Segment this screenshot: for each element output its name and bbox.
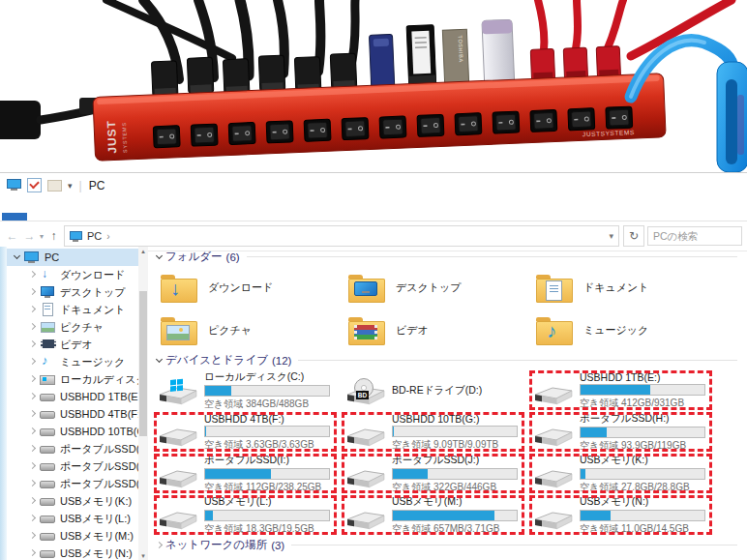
chevron-icon[interactable] bbox=[27, 530, 39, 542]
back-icon[interactable]: ← bbox=[5, 229, 19, 243]
sidebar-item[interactable]: USBHDD 4TB(F:) bbox=[7, 405, 148, 423]
free-space-label: 空き領域 3.63GB/3.63GB bbox=[204, 438, 330, 452]
forward-icon[interactable]: → bbox=[22, 229, 37, 243]
chevron-icon[interactable] bbox=[27, 269, 39, 280]
sidebar-item[interactable]: USBHDD 10TB(G:) bbox=[7, 423, 148, 440]
chevron-icon[interactable] bbox=[27, 373, 39, 385]
folder-icon bbox=[161, 279, 197, 303]
capacity-bar bbox=[392, 468, 518, 480]
sidebar-item-label: ローカルディスク(C:) bbox=[60, 372, 148, 387]
folder-tile[interactable]: ミュージック bbox=[529, 309, 717, 351]
sidebar-item[interactable]: PC bbox=[7, 249, 148, 266]
chevron-icon[interactable] bbox=[154, 355, 165, 367]
sidebar-item[interactable]: ミュージック bbox=[7, 353, 148, 370]
chevron-icon[interactable] bbox=[27, 495, 39, 507]
drive-grid: ローカルディスク(C:) 空き領域 384GB/488GB bbox=[154, 369, 747, 536]
group-header-network[interactable]: ネットワークの場所 (3) bbox=[154, 538, 737, 552]
drive-info: USBメモリ(K:) 空き領域 27.8GB/28.8GB bbox=[580, 454, 705, 494]
drive-tile[interactable]: ポータブルSSD(H:) 空き領域 93.9GB/119GB bbox=[529, 411, 717, 453]
drive-tile[interactable]: USBメモリ(M:) 空き領域 657MB/3.71GB bbox=[342, 494, 529, 536]
download-icon bbox=[166, 280, 190, 301]
sidebar-item-label: ポータブルSSD(H:) bbox=[60, 442, 148, 457]
chevron-icon[interactable] bbox=[154, 540, 165, 551]
drive-tile[interactable]: USBHDD 4TB(F:) 空き領域 3.63GB/3.63GB bbox=[154, 411, 342, 453]
quick-access-caret-icon[interactable]: ▾ bbox=[68, 181, 73, 191]
folder-tile[interactable]: ダウンロード bbox=[154, 266, 342, 309]
drive-tile[interactable]: USBメモリ(K:) 空き領域 27.8GB/28.8GB bbox=[529, 453, 717, 494]
capacity-bar-fill bbox=[205, 511, 213, 520]
chevron-icon[interactable] bbox=[27, 426, 39, 437]
folder-tile[interactable]: デスクトップ bbox=[342, 266, 529, 309]
sidebar-item[interactable]: ポータブルSSD(I:) bbox=[7, 457, 148, 475]
address-field[interactable]: PC › ▾ bbox=[64, 225, 619, 247]
folder-tile[interactable]: ピクチャ bbox=[154, 309, 342, 351]
ribbon-tab[interactable] bbox=[52, 213, 77, 221]
chevron-icon[interactable] bbox=[27, 321, 39, 333]
scrollbar-thumb[interactable] bbox=[139, 291, 147, 436]
breadcrumb[interactable]: PC bbox=[87, 230, 102, 242]
sidebar-item[interactable]: ポータブルSSD(H:) bbox=[7, 440, 148, 457]
search-input[interactable] bbox=[647, 226, 742, 246]
hub-brand: JUST bbox=[105, 120, 119, 154]
group-header-devices[interactable]: デバイスとドライブ (12) bbox=[154, 353, 737, 368]
chevron-icon[interactable] bbox=[27, 339, 39, 350]
folder-tile[interactable]: ドキュメント bbox=[529, 266, 717, 309]
drive-tile[interactable]: BD BD-REドライブ(D:) bbox=[342, 369, 529, 411]
drive-tile[interactable]: USBメモリ(N:) 空き領域 11.0GB/14.5GB bbox=[529, 494, 717, 536]
sidebar-scrollbar[interactable]: ▴ ▾ bbox=[138, 247, 148, 560]
capacity-bar bbox=[580, 384, 705, 396]
folder-tile[interactable]: ビデオ bbox=[342, 309, 529, 351]
quick-access-folder-icon[interactable] bbox=[47, 180, 62, 192]
chevron-icon[interactable] bbox=[27, 547, 39, 559]
drive-name: USBメモリ(L:) bbox=[204, 495, 330, 509]
sidebar-item[interactable]: ドキュメント bbox=[7, 301, 148, 318]
sidebar-item[interactable]: ピクチャ bbox=[7, 318, 148, 336]
chevron-icon[interactable] bbox=[27, 408, 39, 420]
scroll-down-icon[interactable]: ▾ bbox=[138, 551, 148, 560]
chevron-icon[interactable] bbox=[27, 460, 39, 472]
sidebar-item-label: ポータブルSSD(I:) bbox=[60, 459, 148, 474]
sidebar-item[interactable]: ビデオ bbox=[7, 336, 148, 353]
chevron-icon[interactable] bbox=[27, 286, 39, 298]
sidebar-item[interactable]: USBメモリ(M:) bbox=[7, 527, 148, 545]
chevron-icon[interactable] bbox=[27, 356, 39, 368]
sidebar-item[interactable]: ポータブルSSD(J:) bbox=[7, 475, 148, 492]
chevron-icon[interactable] bbox=[27, 391, 39, 402]
sidebar-item[interactable]: ローカルディスク(C:) bbox=[7, 370, 148, 388]
drive-tile[interactable]: ローカルディスク(C:) 空き領域 384GB/488GB bbox=[154, 369, 342, 411]
sidebar-item[interactable]: デスクトップ bbox=[7, 283, 148, 301]
drive-tile[interactable]: USBHDD 10TB(G:) 空き領域 9.09TB/9.09TB bbox=[342, 411, 529, 453]
sidebar-item-label: ドキュメント bbox=[60, 303, 126, 317]
group-header-folders[interactable]: フォルダー (6) bbox=[154, 250, 737, 264]
drive-info: ポータブルSSD(J:) 空き領域 322GB/446GB bbox=[392, 454, 518, 494]
recent-locations-caret-icon[interactable]: ▾ bbox=[40, 232, 44, 241]
scroll-up-icon[interactable]: ▴ bbox=[138, 247, 148, 256]
chevron-icon[interactable] bbox=[27, 478, 39, 489]
ribbon-tab[interactable] bbox=[27, 213, 52, 221]
sidebar-item[interactable]: USBメモリ(L:) bbox=[7, 510, 148, 527]
chevron-icon[interactable] bbox=[12, 251, 23, 263]
drive-tile[interactable]: USBHDD 1TB(E:) 空き領域 412GB/931GB bbox=[529, 369, 717, 411]
drive-tile[interactable]: ポータブルSSD(I:) 空き領域 112GB/238.25GB bbox=[154, 453, 342, 494]
chevron-icon[interactable] bbox=[27, 443, 39, 455]
drive-icon bbox=[532, 461, 575, 490]
chevron-icon[interactable] bbox=[154, 251, 165, 263]
chevron-icon[interactable] bbox=[27, 513, 39, 524]
sidebar-item[interactable]: ダウンロード bbox=[7, 266, 148, 283]
sidebar-item[interactable]: USBHDD 1TB(E:) bbox=[7, 388, 148, 405]
drive-info: ポータブルSSD(H:) 空き領域 93.9GB/119GB bbox=[580, 412, 705, 453]
drive-icon bbox=[157, 378, 199, 407]
quick-access-check-icon[interactable] bbox=[27, 178, 42, 192]
address-dropdown-icon[interactable]: ▾ bbox=[609, 231, 613, 241]
drive-tile[interactable]: ポータブルSSD(J:) 空き領域 322GB/446GB bbox=[342, 453, 529, 494]
drive-info: BD-REドライブ(D:) bbox=[392, 384, 482, 398]
drive-tile[interactable]: USBメモリ(L:) 空き領域 18.3GB/19.5GB bbox=[154, 494, 342, 536]
drive-name: USBメモリ(K:) bbox=[580, 454, 705, 467]
up-icon[interactable]: ↑ bbox=[46, 229, 61, 243]
sidebar-item[interactable]: USBメモリ(N:) bbox=[7, 545, 148, 560]
ribbon-tab[interactable] bbox=[2, 213, 27, 221]
chevron-icon[interactable] bbox=[27, 304, 39, 315]
sidebar-item[interactable]: USBメモリ(K:) bbox=[7, 492, 148, 510]
refresh-icon[interactable]: ↻ bbox=[623, 225, 644, 247]
pictures-icon bbox=[166, 323, 190, 343]
